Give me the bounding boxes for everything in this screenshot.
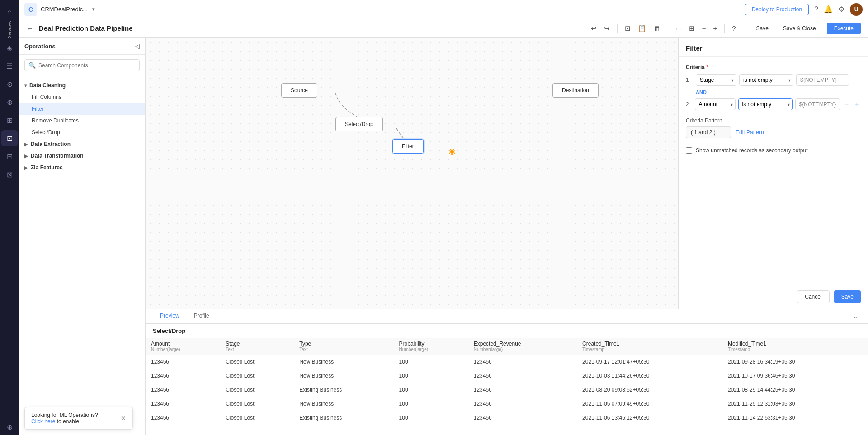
user-avatar[interactable]: U [850,3,863,16]
table-cell: 123456 [468,369,577,383]
ops-group-data-cleaning: ▾ Data Cleaning Fill Columns Filter Remo… [19,80,145,138]
criteria-pattern-row: ( 1 and 2 ) Edit Pattern [686,126,861,138]
search-icon: 🔍 [28,62,36,69]
table-cell: Closed Lost [220,369,294,383]
copy-icon[interactable]: ⊡ [623,23,632,34]
bottom-content: Select/Drop Amount Number(large) Stage [146,324,868,435]
search-input[interactable] [38,62,136,69]
data-cleaning-header[interactable]: ▾ Data Cleaning [19,80,145,91]
filter-node[interactable]: Filter [392,139,424,154]
nav-add[interactable]: ⊕ [1,419,18,435]
tab-profile[interactable]: Profile [187,309,217,323]
table-cell: 123456 [146,411,220,425]
table-cell: New Business [294,369,393,383]
ops-remove-duplicates[interactable]: Remove Duplicates [19,115,145,126]
help-icon2[interactable]: ? [730,23,737,34]
ml-tooltip-text: Looking for ML Operations? [31,412,98,418]
destination-node[interactable]: Destination [552,83,599,98]
data-cleaning-label: Data Cleaning [29,82,66,89]
bell-icon[interactable]: 🔔 [824,5,833,14]
execute-button[interactable]: Execute [827,23,861,34]
filter-panel-title: Filter [686,44,703,52]
save-button[interactable]: Save [753,23,772,34]
edit-pattern-button[interactable]: Edit Pattern [736,129,764,136]
table-cell: 100 [394,369,468,383]
divider-4 [745,24,745,33]
table-cell: Existing Business [294,383,393,397]
criteria-row-2: 2 Amount Stage ▾ is not empty [686,98,861,110]
undo-icon[interactable]: ↩ [589,23,599,34]
table-cell: New Business [294,397,393,411]
data-transformation-header[interactable]: ▶ Data Transformation [19,150,145,162]
ops-group-zia-features: ▶ Zia Features [19,162,145,173]
preview-icon[interactable]: ▭ [674,23,684,34]
chevron-right-icon: ▶ [24,142,28,147]
save-filter-button[interactable]: Save [834,290,861,303]
nav-item-2[interactable]: ☰ [1,58,18,74]
paste-icon[interactable]: 📋 [636,23,648,34]
col-created-time: Created_Time1 Timestamp [577,338,722,355]
col-amount: Amount Number(large) [146,338,220,355]
destination-node-label: Destination [562,87,589,94]
field-select-2[interactable]: Amount Stage [695,98,736,110]
field-select-wrapper-2: Amount Stage ▾ [695,98,736,110]
remove-criteria-2[interactable]: − [843,100,850,108]
sidebar-title: Operations [24,43,56,50]
zia-features-header[interactable]: ▶ Zia Features [19,162,145,173]
ops-fill-columns[interactable]: Fill Columns [19,91,145,103]
secondary-output-checkbox[interactable] [686,147,692,154]
nav-item-4[interactable]: ⊛ [1,94,18,110]
operations-sidebar: Operations ◁ 🔍 ▾ Data Cleaning Fill Colu… [19,38,146,435]
pipeline-canvas[interactable]: Source Select/Drop Filter Destination [146,38,678,309]
ml-tooltip-content: Looking for ML Operations? Click here to… [31,412,98,425]
settings-icon[interactable]: ⚙ [838,5,844,14]
nav-item-3[interactable]: ⊙ [1,76,18,92]
table-cell: Closed Lost [220,383,294,397]
expand-panel-icon[interactable]: ⌄ [850,310,861,323]
chevron-right-icon2: ▶ [24,154,28,159]
ml-tooltip-link[interactable]: Click here [31,418,55,425]
operator-select-2[interactable]: is not empty is empty [738,98,793,110]
delete-icon[interactable]: 🗑 [652,23,662,34]
operator-select-wrapper-1: is not empty is empty ▾ [739,74,793,86]
criteria-value-1: ${NOTEMPTY} [796,74,849,86]
back-button[interactable]: ← [26,24,33,33]
table-cell: Closed Lost [220,411,294,425]
help-icon[interactable]: ? [814,5,818,14]
nav-item-8[interactable]: ⊠ [1,166,18,182]
data-extraction-header[interactable]: ▶ Data Extraction [19,138,145,150]
nav-home[interactable]: ⌂ [1,4,18,20]
data-extraction-label: Data Extraction [31,141,71,147]
col-expected-revenue: Expected_Revenue Number(large) [468,338,577,355]
field-select-1[interactable]: Stage Amount [696,74,736,86]
remove-criteria-1[interactable]: − [852,76,861,84]
table-cell: Closed Lost [220,355,294,369]
save-close-button[interactable]: Save & Close [778,23,821,34]
source-node[interactable]: Source [281,83,317,98]
deploy-button[interactable]: Deploy to Production [745,4,809,15]
select-drop-node[interactable]: Select/Drop [335,117,383,131]
collapse-sidebar-button[interactable]: ◁ [135,42,140,50]
add-criteria-button[interactable]: + [853,100,861,108]
criteria-pattern-section: Criteria Pattern ( 1 and 2 ) Edit Patter… [686,117,861,138]
nav-item-1[interactable]: ◈ [1,40,18,56]
nav-services[interactable]: Services [1,22,18,38]
zoom-in-icon[interactable]: + [711,23,719,34]
nav-item-5[interactable]: ⊞ [1,112,18,128]
tab-preview[interactable]: Preview [153,309,187,323]
nav-pipeline[interactable]: ⊡ [1,130,18,146]
ops-filter[interactable]: Filter [19,103,145,115]
table-body: 123456Closed LostNew Business10012345620… [146,355,868,425]
ops-select-drop[interactable]: Select/Drop [19,126,145,138]
expand-icon[interactable]: ⊞ [687,23,697,34]
redo-icon[interactable]: ↪ [602,23,612,34]
nav-item-7[interactable]: ⊟ [1,148,18,164]
operator-select-1[interactable]: is not empty is empty [739,74,793,86]
divider-1 [617,24,618,33]
ml-tooltip-close[interactable]: ✕ [121,415,126,422]
table-row: 123456Closed LostExisting Business100123… [146,411,868,425]
col-stage: Stage Text [220,338,294,355]
zoom-out-icon[interactable]: − [700,23,708,34]
and-connector: AND [696,89,861,95]
cancel-button[interactable]: Cancel [797,290,829,303]
